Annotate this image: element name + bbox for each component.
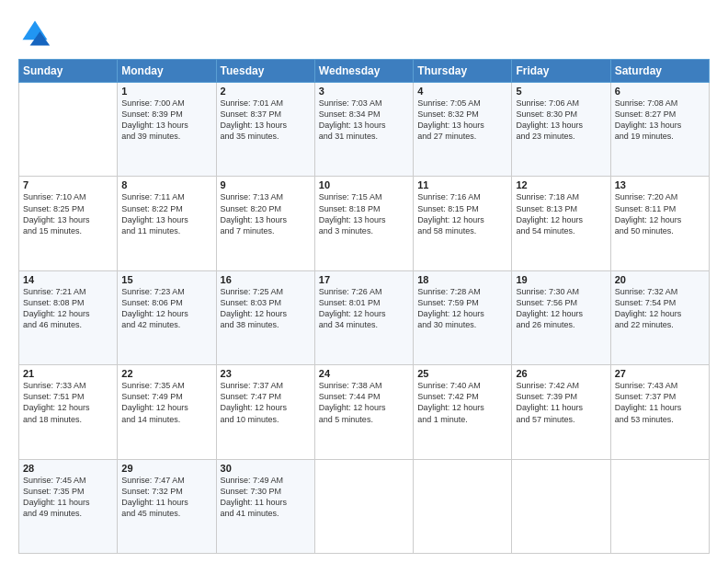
calendar-cell: 3Sunrise: 7:03 AM Sunset: 8:34 PM Daylig… xyxy=(314,83,413,177)
day-number: 21 xyxy=(23,368,113,379)
calendar-cell: 13Sunrise: 7:20 AM Sunset: 8:11 PM Dayli… xyxy=(610,177,709,270)
calendar-cell: 19Sunrise: 7:30 AM Sunset: 7:56 PM Dayli… xyxy=(512,270,610,364)
header xyxy=(18,17,710,50)
calendar-cell: 27Sunrise: 7:43 AM Sunset: 7:37 PM Dayli… xyxy=(610,365,709,459)
calendar-cell: 30Sunrise: 7:49 AM Sunset: 7:30 PM Dayli… xyxy=(216,459,314,553)
calendar-cell: 22Sunrise: 7:35 AM Sunset: 7:49 PM Dayli… xyxy=(118,365,216,459)
day-number: 2 xyxy=(221,86,311,97)
calendar-cell: 7Sunrise: 7:10 AM Sunset: 8:25 PM Daylig… xyxy=(19,177,118,270)
logo xyxy=(18,17,55,50)
day-number: 18 xyxy=(417,274,507,285)
cell-info: Sunrise: 7:16 AM Sunset: 8:15 PM Dayligh… xyxy=(417,191,507,236)
calendar-cell: 18Sunrise: 7:28 AM Sunset: 7:59 PM Dayli… xyxy=(414,270,512,364)
cell-info: Sunrise: 7:35 AM Sunset: 7:49 PM Dayligh… xyxy=(121,380,211,425)
day-number: 11 xyxy=(417,179,507,190)
day-number: 7 xyxy=(23,179,113,190)
calendar-cell xyxy=(414,459,512,553)
calendar-cell xyxy=(512,459,610,553)
cell-info: Sunrise: 7:37 AM Sunset: 7:47 PM Dayligh… xyxy=(221,380,311,425)
cell-info: Sunrise: 7:00 AM Sunset: 8:39 PM Dayligh… xyxy=(121,98,211,143)
cell-info: Sunrise: 7:06 AM Sunset: 8:30 PM Dayligh… xyxy=(516,98,606,143)
calendar-cell xyxy=(610,459,709,553)
day-number: 19 xyxy=(516,274,606,285)
cell-info: Sunrise: 7:45 AM Sunset: 7:35 PM Dayligh… xyxy=(23,475,113,520)
calendar-cell: 9Sunrise: 7:13 AM Sunset: 8:20 PM Daylig… xyxy=(216,177,314,270)
cell-info: Sunrise: 7:08 AM Sunset: 8:27 PM Dayligh… xyxy=(615,98,705,143)
weekday-header: Wednesday xyxy=(314,60,413,83)
weekday-header: Thursday xyxy=(414,60,512,83)
calendar-header: SundayMondayTuesdayWednesdayThursdayFrid… xyxy=(19,60,710,83)
calendar-cell: 5Sunrise: 7:06 AM Sunset: 8:30 PM Daylig… xyxy=(512,83,610,177)
cell-info: Sunrise: 7:13 AM Sunset: 8:20 PM Dayligh… xyxy=(221,191,311,236)
calendar-cell xyxy=(19,83,118,177)
calendar-cell: 12Sunrise: 7:18 AM Sunset: 8:13 PM Dayli… xyxy=(512,177,610,270)
calendar-cell: 16Sunrise: 7:25 AM Sunset: 8:03 PM Dayli… xyxy=(216,270,314,364)
page: SundayMondayTuesdayWednesdayThursdayFrid… xyxy=(0,0,728,563)
cell-info: Sunrise: 7:26 AM Sunset: 8:01 PM Dayligh… xyxy=(319,286,409,331)
day-number: 23 xyxy=(221,368,311,379)
day-number: 3 xyxy=(319,86,409,97)
cell-info: Sunrise: 7:49 AM Sunset: 7:30 PM Dayligh… xyxy=(221,475,311,520)
day-number: 17 xyxy=(319,274,409,285)
calendar-cell: 28Sunrise: 7:45 AM Sunset: 7:35 PM Dayli… xyxy=(19,459,118,553)
calendar-week-row: 14Sunrise: 7:21 AM Sunset: 8:08 PM Dayli… xyxy=(19,270,710,364)
weekday-header: Friday xyxy=(512,60,610,83)
cell-info: Sunrise: 7:10 AM Sunset: 8:25 PM Dayligh… xyxy=(23,191,113,236)
weekday-header: Saturday xyxy=(610,60,709,83)
cell-info: Sunrise: 7:15 AM Sunset: 8:18 PM Dayligh… xyxy=(319,191,409,236)
day-number: 4 xyxy=(417,86,507,97)
calendar-body: 1Sunrise: 7:00 AM Sunset: 8:39 PM Daylig… xyxy=(19,83,710,554)
cell-info: Sunrise: 7:25 AM Sunset: 8:03 PM Dayligh… xyxy=(221,286,311,331)
day-number: 16 xyxy=(221,274,311,285)
calendar-cell xyxy=(314,459,413,553)
calendar-cell: 29Sunrise: 7:47 AM Sunset: 7:32 PM Dayli… xyxy=(118,459,216,553)
cell-info: Sunrise: 7:32 AM Sunset: 7:54 PM Dayligh… xyxy=(615,286,705,331)
calendar-cell: 6Sunrise: 7:08 AM Sunset: 8:27 PM Daylig… xyxy=(610,83,709,177)
calendar-cell: 23Sunrise: 7:37 AM Sunset: 7:47 PM Dayli… xyxy=(216,365,314,459)
calendar-cell: 20Sunrise: 7:32 AM Sunset: 7:54 PM Dayli… xyxy=(610,270,709,364)
calendar-table: SundayMondayTuesdayWednesdayThursdayFrid… xyxy=(18,59,710,554)
day-number: 13 xyxy=(615,179,705,190)
day-number: 24 xyxy=(319,368,409,379)
day-number: 14 xyxy=(23,274,113,285)
weekday-row: SundayMondayTuesdayWednesdayThursdayFrid… xyxy=(19,60,710,83)
weekday-header: Tuesday xyxy=(216,60,314,83)
day-number: 27 xyxy=(615,368,705,379)
calendar-cell: 14Sunrise: 7:21 AM Sunset: 8:08 PM Dayli… xyxy=(19,270,118,364)
calendar-cell: 24Sunrise: 7:38 AM Sunset: 7:44 PM Dayli… xyxy=(314,365,413,459)
day-number: 12 xyxy=(516,179,606,190)
day-number: 9 xyxy=(221,179,311,190)
cell-info: Sunrise: 7:05 AM Sunset: 8:32 PM Dayligh… xyxy=(417,98,507,143)
day-number: 28 xyxy=(23,463,113,474)
cell-info: Sunrise: 7:20 AM Sunset: 8:11 PM Dayligh… xyxy=(615,191,705,236)
calendar-week-row: 21Sunrise: 7:33 AM Sunset: 7:51 PM Dayli… xyxy=(19,365,710,459)
cell-info: Sunrise: 7:47 AM Sunset: 7:32 PM Dayligh… xyxy=(121,475,211,520)
cell-info: Sunrise: 7:33 AM Sunset: 7:51 PM Dayligh… xyxy=(23,380,113,425)
calendar-week-row: 1Sunrise: 7:00 AM Sunset: 8:39 PM Daylig… xyxy=(19,83,710,177)
day-number: 1 xyxy=(121,86,211,97)
day-number: 20 xyxy=(615,274,705,285)
cell-info: Sunrise: 7:11 AM Sunset: 8:22 PM Dayligh… xyxy=(121,191,211,236)
calendar-cell: 15Sunrise: 7:23 AM Sunset: 8:06 PM Dayli… xyxy=(118,270,216,364)
day-number: 5 xyxy=(516,86,606,97)
logo-icon xyxy=(18,17,51,50)
calendar-cell: 8Sunrise: 7:11 AM Sunset: 8:22 PM Daylig… xyxy=(118,177,216,270)
calendar-cell: 10Sunrise: 7:15 AM Sunset: 8:18 PM Dayli… xyxy=(314,177,413,270)
day-number: 10 xyxy=(319,179,409,190)
calendar-week-row: 7Sunrise: 7:10 AM Sunset: 8:25 PM Daylig… xyxy=(19,177,710,270)
calendar-cell: 17Sunrise: 7:26 AM Sunset: 8:01 PM Dayli… xyxy=(314,270,413,364)
day-number: 30 xyxy=(221,463,311,474)
day-number: 15 xyxy=(121,274,211,285)
cell-info: Sunrise: 7:21 AM Sunset: 8:08 PM Dayligh… xyxy=(23,286,113,331)
day-number: 22 xyxy=(121,368,211,379)
calendar-cell: 1Sunrise: 7:00 AM Sunset: 8:39 PM Daylig… xyxy=(118,83,216,177)
cell-info: Sunrise: 7:30 AM Sunset: 7:56 PM Dayligh… xyxy=(516,286,606,331)
calendar-cell: 4Sunrise: 7:05 AM Sunset: 8:32 PM Daylig… xyxy=(414,83,512,177)
cell-info: Sunrise: 7:42 AM Sunset: 7:39 PM Dayligh… xyxy=(516,380,606,425)
calendar-cell: 21Sunrise: 7:33 AM Sunset: 7:51 PM Dayli… xyxy=(19,365,118,459)
cell-info: Sunrise: 7:40 AM Sunset: 7:42 PM Dayligh… xyxy=(417,380,507,425)
cell-info: Sunrise: 7:23 AM Sunset: 8:06 PM Dayligh… xyxy=(121,286,211,331)
cell-info: Sunrise: 7:03 AM Sunset: 8:34 PM Dayligh… xyxy=(319,98,409,143)
weekday-header: Monday xyxy=(118,60,216,83)
calendar-cell: 11Sunrise: 7:16 AM Sunset: 8:15 PM Dayli… xyxy=(414,177,512,270)
